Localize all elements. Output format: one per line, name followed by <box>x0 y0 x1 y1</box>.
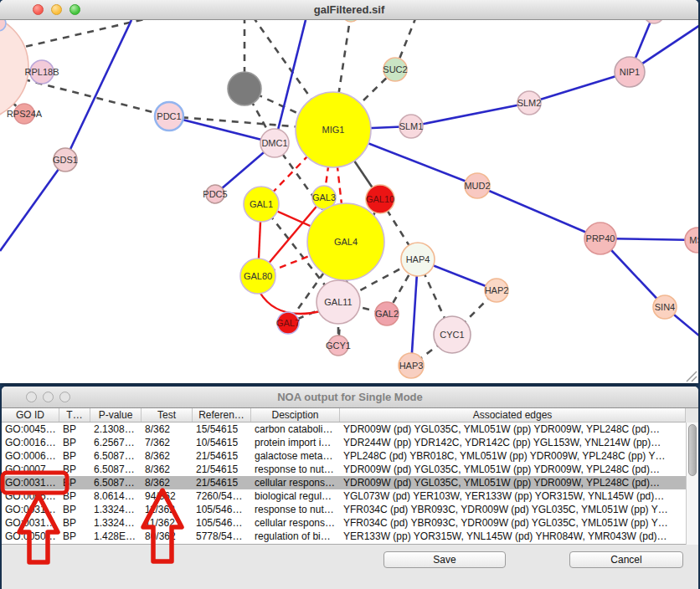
table-cell: 7/362 <box>142 436 193 449</box>
table-cell: 21/54615 <box>193 476 251 489</box>
node-label-GAL11: GAL11 <box>324 297 352 307</box>
column-header[interactable]: T… <box>59 408 90 422</box>
node-label-GAL80: GAL80 <box>244 271 272 281</box>
table-cell: response to nut… <box>251 463 340 476</box>
table-cell: regulation of bi… <box>251 530 340 543</box>
node-label-HAP4: HAP4 <box>406 254 430 264</box>
table-row[interactable]: GO:0007…BP6.5087…8/36221/54615response t… <box>2 463 686 476</box>
table-cell: BP <box>59 503 90 516</box>
scrollbar-thumb[interactable] <box>688 424 697 476</box>
table-row[interactable]: GO:0050…BP1.428E…80/3625778/54…regulatio… <box>2 530 686 543</box>
node-label-HAP2: HAP2 <box>485 285 509 295</box>
column-header[interactable]: Associated edges <box>340 408 686 422</box>
column-header[interactable]: GO ID <box>2 408 59 422</box>
node-label-SUC2: SUC2 <box>383 64 407 74</box>
table-cell: GO:0031… <box>2 516 59 530</box>
table-cell: GO:0031… <box>2 476 59 489</box>
table-cell: BP <box>59 449 90 463</box>
table-cell: BP <box>59 489 90 503</box>
node-label-GDS1: GDS1 <box>53 155 78 165</box>
table-cell: YDR244W (pp) YDR142C, YDR142C (pp) YGL15… <box>340 436 686 449</box>
table-cell: 6.5087… <box>90 476 142 489</box>
table-cell: 6.5087… <box>90 463 142 476</box>
network-edge[interactable] <box>411 103 529 126</box>
table-cell: BP <box>59 530 90 543</box>
table-cell: 15/54615 <box>193 423 251 436</box>
node-label-GAL3: GAL3 <box>312 192 336 202</box>
table-cell: protein import i… <box>251 436 340 449</box>
table-cell: GO:0007… <box>2 463 59 476</box>
table-cell: YDR009W (pd) YGL035C, YML051W (pp) YDR00… <box>340 423 686 436</box>
table-row[interactable]: GO:0065…BP8.0614…94/3627260/54…biologica… <box>2 489 686 503</box>
table-cell: 11/362 <box>142 503 193 516</box>
table-cell: 2.1308… <box>90 423 142 436</box>
results-table: GO:0045…BP2.1308…8/36215/54615carbon cat… <box>2 423 686 545</box>
table-row[interactable]: GO:0016…BP6.2567…7/36210/54615protein im… <box>2 436 686 449</box>
table-cell: 10/54615 <box>193 436 251 449</box>
table-cell: 5778/54… <box>193 530 251 543</box>
table-cell: YPL248C (pd) YBR018C, YML051W (pp) YDR00… <box>340 449 686 463</box>
table-cell: 7260/54… <box>193 489 251 503</box>
table-cell: 21/54615 <box>193 449 251 463</box>
table-cell: 105/546… <box>193 503 251 516</box>
resize-grip-icon[interactable] <box>687 371 697 382</box>
table-cell: 1.3324… <box>90 503 142 516</box>
table-cell: galactose meta… <box>251 449 340 463</box>
table-cell: 94/362 <box>142 489 193 503</box>
noa-output-window: NOA output for Single Mode GO IDT…P-valu… <box>2 387 698 589</box>
table-cell: GO:0045… <box>2 423 59 436</box>
table-cell: GO:0050… <box>2 530 59 543</box>
node-label-GCY1: GCY1 <box>326 341 351 351</box>
noa-output-titlebar[interactable]: NOA output for Single Mode <box>2 387 698 408</box>
table-cell: BP <box>59 436 90 449</box>
node-label-MSI: MSI <box>689 235 698 245</box>
node-label-MUD2: MUD2 <box>464 181 490 191</box>
node-label-SLM2: SLM2 <box>517 98 542 108</box>
table-row[interactable]: GO:0031…BP1.3324…11/362105/546…response … <box>2 503 686 516</box>
network-edge[interactable] <box>10 20 155 50</box>
network-edge[interactable] <box>65 20 131 160</box>
table-cell: GO:0065… <box>2 489 59 503</box>
table-cell: 80/362 <box>142 530 193 543</box>
node-label-PDC1: PDC1 <box>157 111 181 121</box>
table-cell: YFR034C (pd) YBR093C, YDR009W (pd) YGL03… <box>340 516 686 530</box>
node-label-SLM1: SLM1 <box>399 121 424 131</box>
table-cell: cellular respons… <box>251 476 340 489</box>
node-label-GAL2: GAL2 <box>375 309 399 319</box>
node-label-MIG1: MIG1 <box>322 125 345 135</box>
column-header[interactable]: Desciption <box>251 408 340 422</box>
node-label-GAL10: GAL10 <box>366 194 394 204</box>
table-cell: BP <box>59 516 90 530</box>
table-row[interactable]: GO:0045…BP2.1308…8/36215/54615carbon cat… <box>2 423 686 436</box>
network-canvas[interactable]: RPL18BRPS24AGDS1PDC1PDC5DMC1MIG1SLM1SUC2… <box>0 20 698 383</box>
column-header[interactable]: Test <box>142 408 193 422</box>
node-label-DMC1: DMC1 <box>261 138 287 148</box>
network-edge[interactable] <box>477 186 600 238</box>
node-label-RPL18B: RPL18B <box>25 67 59 77</box>
table-row[interactable]: GO:0031…BP6.5087…8/36221/54615cellular r… <box>2 476 686 489</box>
node-label-SIN4: SIN4 <box>655 302 675 312</box>
vertical-scrollbar[interactable] <box>686 423 698 545</box>
table-cell: BP <box>59 423 90 436</box>
node-label-PDC5: PDC5 <box>203 189 227 199</box>
save-button[interactable]: Save <box>383 551 506 568</box>
table-header: GO IDT…P-valueTestReferen…DesciptionAsso… <box>2 408 686 423</box>
network-window-titlebar[interactable]: galFiltered.sif <box>0 0 698 20</box>
network-node-TOPGREEN[interactable] <box>342 20 359 22</box>
table-cell: BP <box>59 476 90 489</box>
table-row[interactable]: GO:0006…BP6.5087…8/36221/54615galactose … <box>2 449 686 463</box>
table-cell: 1.3324… <box>90 516 142 530</box>
table-cell: 8/362 <box>142 423 193 436</box>
table-cell: cellular respons… <box>251 516 340 530</box>
column-header[interactable]: P-value <box>90 408 142 422</box>
table-cell: 8/362 <box>142 476 193 489</box>
network-edge[interactable] <box>260 292 321 314</box>
cancel-button[interactable]: Cancel <box>569 551 683 568</box>
network-node-GRAY[interactable] <box>228 72 261 105</box>
table-row[interactable]: GO:0031…BP1.3324…11/362105/546…cellular … <box>2 516 686 530</box>
node-label-CYC1: CYC1 <box>440 330 464 340</box>
network-edge[interactable] <box>529 72 630 103</box>
column-header[interactable]: Referen… <box>193 408 251 422</box>
network-node-TOPPINK[interactable] <box>644 20 664 23</box>
network-edge[interactable] <box>0 160 65 251</box>
